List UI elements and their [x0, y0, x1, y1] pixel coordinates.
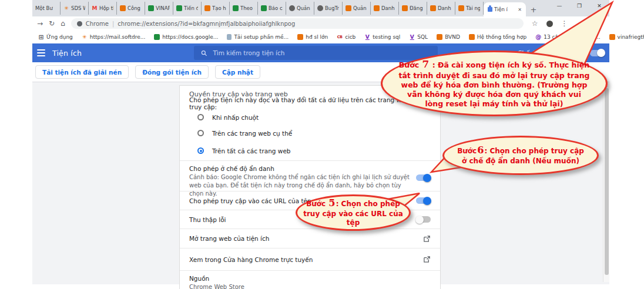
bookmark-item[interactable]: cicb	[337, 34, 355, 40]
new-tab-button[interactable]: +	[526, 5, 541, 14]
browser-tab[interactable]: Quản lý	[343, 2, 371, 15]
tab-favicon-icon	[402, 5, 408, 11]
error-collection-label: Thu thập lỗi	[189, 216, 226, 223]
hamburger-menu-icon[interactable]	[37, 49, 45, 56]
window-controls: — ❐ ✕	[549, 0, 609, 16]
scrollbar[interactable]: ▲	[603, 82, 609, 282]
home-icon[interactable]: ⌂	[61, 20, 65, 27]
tab-favicon-icon	[233, 5, 239, 11]
bookmark-item[interactable]: 13 câu lệnh SQL qu...	[535, 34, 600, 40]
browser-tab[interactable]: Tiến độ	[173, 2, 202, 15]
external-link-icon	[423, 256, 431, 263]
radio-icon[interactable]	[197, 130, 204, 136]
tab-favicon-icon	[261, 5, 267, 11]
source-label: Nguồn	[189, 275, 431, 282]
step5-number: 5	[328, 197, 336, 209]
view-store-row[interactable]: Xem trong Cửa hàng Chrome trực tuyến	[180, 248, 440, 271]
browser-tab[interactable]: Danh s	[427, 2, 455, 15]
radio-icon[interactable]	[197, 114, 204, 120]
bookmark-favicon-icon	[154, 34, 160, 40]
bookmark-star-icon[interactable]: ☆	[532, 20, 538, 27]
bookmark-item[interactable]: vinafriegth	[609, 34, 644, 40]
error-collection-toggle[interactable]	[416, 216, 431, 223]
browser-tab-active[interactable]: Tiện í ✕	[484, 2, 526, 16]
browser-tab[interactable]: Báo cá	[258, 2, 286, 15]
file-urls-label: Cho phép truy cập vào các URL của tệp	[189, 197, 311, 204]
tab-favicon-icon	[458, 5, 464, 11]
tab-label: Tạo hó	[212, 5, 226, 11]
radio-selected-icon[interactable]	[197, 147, 204, 154]
developer-mode-toggle[interactable]	[590, 50, 605, 56]
extension-icon[interactable]	[546, 21, 553, 27]
bookmark-item[interactable]: BVND	[437, 34, 460, 40]
browser-tab[interactable]: Đăng n	[399, 2, 427, 15]
bookmark-label: Ứng dụng	[46, 34, 73, 40]
close-button[interactable]: ✕	[589, 0, 609, 12]
browser-tab[interactable]: SDS We	[61, 2, 89, 15]
browser-tab[interactable]: Danh s	[371, 2, 399, 15]
browser-tab[interactable]: Tài ngu	[455, 2, 484, 15]
bookmark-item[interactable]: Hệ thống tổng hợp	[469, 34, 526, 40]
browser-tab[interactable]: Theo d	[230, 2, 258, 15]
browser-tab[interactable]: BugTra	[314, 2, 343, 15]
bookmark-item[interactable]: https://mail.softdre...	[82, 34, 145, 40]
tab-label: Danh s	[438, 5, 452, 11]
browser-tab[interactable]: Hộp thư	[89, 2, 117, 15]
tab-label: Một Bư	[35, 5, 53, 11]
bookmark-label: SQL	[417, 34, 428, 40]
browser-tab[interactable]: VINAFR	[145, 2, 173, 15]
tab-close-icon[interactable]: ✕	[518, 7, 522, 12]
bookmark-label: hđ sl lớn	[306, 34, 328, 40]
menu-icon[interactable]: ⋮	[561, 20, 568, 27]
bookmark-item[interactable]: Ứng dụng	[38, 34, 73, 40]
screenshot-canvas: Một Bư SDS We Hộp thư Công ty VINAFR Tiế…	[0, 0, 644, 289]
tab-favicon-icon	[374, 5, 380, 11]
incognito-row: Cho phép ở chế độ ẩn danh Cảnh báo: Goog…	[180, 161, 440, 191]
radio-option-selected[interactable]: Trên tất cả các trang web	[180, 141, 440, 161]
bookmark-label: Hệ thống tổng hợp	[477, 34, 526, 40]
restore-button[interactable]: ❐	[569, 0, 589, 12]
bookmark-favicon-icon	[609, 34, 615, 40]
bookmark-item[interactable]: testing sql	[364, 34, 400, 40]
step6-prefix: Bước	[457, 147, 477, 155]
bookmark-item[interactable]: hđ sl lớn	[297, 34, 328, 40]
tab-label: VINAFR	[156, 5, 170, 11]
pack-extension-button[interactable]: Đóng gói tiện ích	[135, 65, 209, 79]
browser-tab[interactable]: Quản lý	[286, 2, 314, 15]
file-urls-toggle[interactable]	[416, 197, 431, 204]
load-unpacked-button[interactable]: Tải tiện ích đã giải nén	[35, 65, 129, 79]
browser-tab[interactable]: Công ty	[117, 2, 145, 15]
search-input[interactable]	[213, 49, 431, 56]
bookmark-item[interactable]: SQL	[409, 34, 428, 40]
url-text: chrome://extensions/?id=bkfagmnjmfjalbba…	[118, 21, 295, 27]
forward-icon[interactable]: →	[37, 20, 43, 27]
tab-strip: Một Bư SDS We Hộp thư Công ty VINAFR Tiế…	[32, 0, 609, 16]
reload-icon[interactable]: ↻	[49, 20, 55, 27]
radio-label: Trên các trang web cụ thể	[212, 130, 292, 137]
open-website-row[interactable]: Mở trang web của tiện ích	[180, 229, 440, 248]
bookmark-favicon-icon	[469, 34, 475, 40]
minimize-button[interactable]: —	[549, 0, 569, 12]
incognito-toggle[interactable]	[416, 174, 431, 181]
bookmark-favicon-icon	[82, 34, 88, 40]
tab-favicon-icon	[92, 5, 98, 11]
bookmark-label: vinafriegth	[618, 34, 644, 40]
update-button[interactable]: Cập nhật	[215, 65, 260, 79]
bookmarks-bar: Ứng dụng https://mail.softdre... https:/…	[32, 31, 609, 43]
bookmark-favicon-icon	[535, 34, 541, 40]
external-link-icon	[423, 235, 431, 243]
site-info-icon[interactable]	[77, 21, 82, 26]
browser-tab[interactable]: Tạo hó	[202, 2, 230, 15]
tab-label: Tiện í	[494, 6, 508, 12]
tab-label: Báo cá	[269, 5, 283, 11]
extension-detail-card: Quyền truy cập vào trang web Cho phép ti…	[179, 85, 441, 289]
omnibox[interactable]: Chrome | chrome://extensions/?id=bkfagmn…	[71, 18, 524, 29]
radio-option[interactable]: Khi nhấp chuột	[180, 109, 440, 125]
bookmark-item[interactable]: https://docs.google...	[154, 34, 218, 40]
bookmark-item[interactable]: Tải setup phần mề...	[227, 34, 289, 40]
tab-label: Hộp thư	[99, 5, 113, 11]
browser-tab[interactable]: Một Bư	[32, 2, 61, 15]
scrollbar-thumb[interactable]	[605, 88, 609, 275]
radio-option[interactable]: Trên các trang web cụ thể	[180, 125, 440, 141]
tab-label: Quản lý	[297, 5, 311, 11]
